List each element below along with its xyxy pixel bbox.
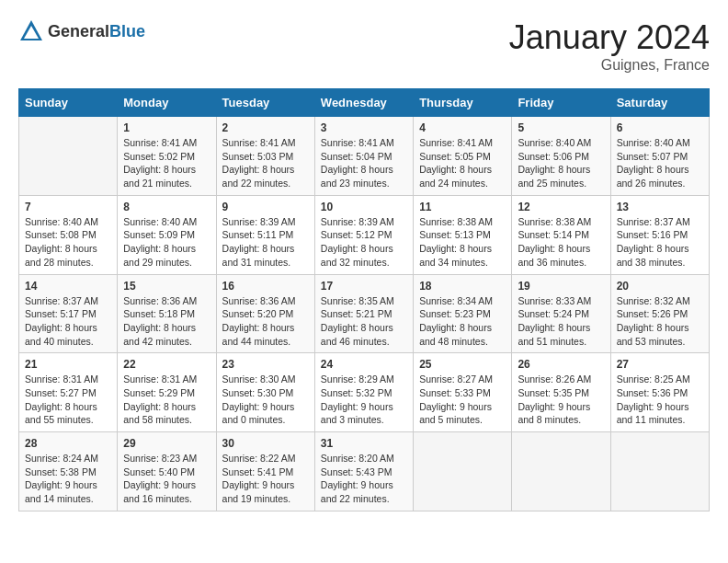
day-cell: 8Sunrise: 8:40 AM Sunset: 5:09 PM Daylig… bbox=[118, 195, 216, 274]
day-number: 31 bbox=[321, 437, 407, 450]
day-cell: 4Sunrise: 8:41 AM Sunset: 5:05 PM Daylig… bbox=[414, 117, 512, 196]
logo: GeneralBlue bbox=[18, 18, 145, 44]
day-cell: 19Sunrise: 8:33 AM Sunset: 5:24 PM Dayli… bbox=[512, 274, 610, 353]
day-cell: 13Sunrise: 8:37 AM Sunset: 5:16 PM Dayli… bbox=[610, 195, 709, 274]
day-cell: 16Sunrise: 8:36 AM Sunset: 5:20 PM Dayli… bbox=[216, 274, 314, 353]
day-info: Sunrise: 8:34 AM Sunset: 5:23 PM Dayligh… bbox=[419, 294, 506, 349]
day-cell: 18Sunrise: 8:34 AM Sunset: 5:23 PM Dayli… bbox=[414, 274, 512, 353]
day-number: 9 bbox=[222, 201, 309, 213]
day-number: 5 bbox=[518, 121, 604, 134]
day-cell: 24Sunrise: 8:29 AM Sunset: 5:32 PM Dayli… bbox=[314, 353, 413, 432]
day-cell: 23Sunrise: 8:30 AM Sunset: 5:30 PM Dayli… bbox=[216, 353, 314, 432]
day-info: Sunrise: 8:39 AM Sunset: 5:12 PM Dayligh… bbox=[321, 215, 407, 270]
logo-general: General bbox=[48, 22, 109, 40]
week-row-2: 7Sunrise: 8:40 AM Sunset: 5:08 PM Daylig… bbox=[19, 195, 710, 274]
day-number: 11 bbox=[419, 201, 506, 213]
day-cell: 20Sunrise: 8:32 AM Sunset: 5:26 PM Dayli… bbox=[610, 274, 709, 353]
week-row-5: 28Sunrise: 8:24 AM Sunset: 5:38 PM Dayli… bbox=[19, 432, 710, 511]
header-cell-friday: Friday bbox=[512, 89, 610, 117]
day-number: 12 bbox=[518, 201, 604, 213]
day-info: Sunrise: 8:27 AM Sunset: 5:33 PM Dayligh… bbox=[419, 373, 506, 427]
day-number: 19 bbox=[518, 280, 604, 293]
day-cell: 11Sunrise: 8:38 AM Sunset: 5:13 PM Dayli… bbox=[414, 195, 512, 274]
day-cell: 22Sunrise: 8:31 AM Sunset: 5:29 PM Dayli… bbox=[118, 353, 216, 432]
day-cell: 14Sunrise: 8:37 AM Sunset: 5:17 PM Dayli… bbox=[19, 274, 118, 353]
day-info: Sunrise: 8:31 AM Sunset: 5:29 PM Dayligh… bbox=[123, 373, 210, 427]
day-number: 16 bbox=[222, 280, 309, 293]
day-cell: 21Sunrise: 8:31 AM Sunset: 5:27 PM Dayli… bbox=[19, 353, 118, 432]
day-info: Sunrise: 8:41 AM Sunset: 5:03 PM Dayligh… bbox=[222, 136, 309, 190]
day-cell: 12Sunrise: 8:38 AM Sunset: 5:14 PM Dayli… bbox=[512, 195, 610, 274]
day-info: Sunrise: 8:41 AM Sunset: 5:02 PM Dayligh… bbox=[123, 136, 210, 190]
day-info: Sunrise: 8:20 AM Sunset: 5:43 PM Dayligh… bbox=[321, 452, 407, 506]
day-cell: 17Sunrise: 8:35 AM Sunset: 5:21 PM Dayli… bbox=[314, 274, 413, 353]
day-info: Sunrise: 8:36 AM Sunset: 5:20 PM Dayligh… bbox=[222, 294, 309, 349]
day-cell: 15Sunrise: 8:36 AM Sunset: 5:18 PM Dayli… bbox=[118, 274, 216, 353]
day-info: Sunrise: 8:31 AM Sunset: 5:27 PM Dayligh… bbox=[25, 373, 111, 427]
week-row-1: 1Sunrise: 8:41 AM Sunset: 5:02 PM Daylig… bbox=[19, 117, 710, 196]
day-cell bbox=[414, 432, 512, 511]
day-number: 24 bbox=[321, 358, 407, 371]
day-cell: 5Sunrise: 8:40 AM Sunset: 5:06 PM Daylig… bbox=[512, 117, 610, 196]
day-number: 2 bbox=[222, 121, 309, 134]
day-cell: 6Sunrise: 8:40 AM Sunset: 5:07 PM Daylig… bbox=[610, 117, 709, 196]
day-cell: 3Sunrise: 8:41 AM Sunset: 5:04 PM Daylig… bbox=[314, 117, 413, 196]
header-cell-monday: Monday bbox=[118, 89, 216, 117]
day-number: 26 bbox=[518, 358, 604, 371]
day-info: Sunrise: 8:29 AM Sunset: 5:32 PM Dayligh… bbox=[321, 373, 407, 427]
day-number: 23 bbox=[222, 358, 309, 371]
header-cell-sunday: Sunday bbox=[19, 89, 118, 117]
day-cell: 26Sunrise: 8:26 AM Sunset: 5:35 PM Dayli… bbox=[512, 353, 610, 432]
day-info: Sunrise: 8:35 AM Sunset: 5:21 PM Dayligh… bbox=[321, 294, 407, 349]
day-cell: 30Sunrise: 8:22 AM Sunset: 5:41 PM Dayli… bbox=[216, 432, 314, 511]
day-info: Sunrise: 8:24 AM Sunset: 5:38 PM Dayligh… bbox=[25, 452, 111, 506]
day-cell bbox=[512, 432, 610, 511]
day-number: 6 bbox=[617, 121, 703, 134]
week-row-4: 21Sunrise: 8:31 AM Sunset: 5:27 PM Dayli… bbox=[19, 353, 710, 432]
day-info: Sunrise: 8:23 AM Sunset: 5:40 PM Dayligh… bbox=[123, 452, 210, 506]
day-info: Sunrise: 8:39 AM Sunset: 5:11 PM Dayligh… bbox=[222, 215, 309, 270]
day-info: Sunrise: 8:32 AM Sunset: 5:26 PM Dayligh… bbox=[617, 294, 703, 349]
header-cell-wednesday: Wednesday bbox=[314, 89, 413, 117]
day-number: 10 bbox=[321, 201, 407, 213]
day-info: Sunrise: 8:41 AM Sunset: 5:05 PM Dayligh… bbox=[419, 136, 506, 190]
day-info: Sunrise: 8:25 AM Sunset: 5:36 PM Dayligh… bbox=[617, 373, 703, 427]
day-number: 21 bbox=[25, 358, 111, 371]
day-number: 3 bbox=[321, 121, 407, 134]
day-number: 4 bbox=[419, 121, 506, 134]
day-number: 8 bbox=[123, 201, 210, 213]
day-number: 13 bbox=[617, 201, 703, 213]
day-info: Sunrise: 8:36 AM Sunset: 5:18 PM Dayligh… bbox=[123, 294, 210, 349]
page-header: GeneralBlue January 2024 Guignes, France bbox=[18, 18, 710, 74]
logo-blue: Blue bbox=[109, 22, 145, 40]
day-info: Sunrise: 8:37 AM Sunset: 5:16 PM Dayligh… bbox=[617, 215, 703, 270]
day-number: 25 bbox=[419, 358, 506, 371]
day-cell: 27Sunrise: 8:25 AM Sunset: 5:36 PM Dayli… bbox=[610, 353, 709, 432]
header-cell-thursday: Thursday bbox=[414, 89, 512, 117]
logo-icon bbox=[18, 18, 44, 44]
day-info: Sunrise: 8:38 AM Sunset: 5:14 PM Dayligh… bbox=[518, 215, 604, 270]
day-cell: 29Sunrise: 8:23 AM Sunset: 5:40 PM Dayli… bbox=[118, 432, 216, 511]
day-number: 28 bbox=[25, 437, 111, 450]
day-number: 30 bbox=[222, 437, 309, 450]
day-cell: 10Sunrise: 8:39 AM Sunset: 5:12 PM Dayli… bbox=[314, 195, 413, 274]
calendar-table: SundayMondayTuesdayWednesdayThursdayFrid… bbox=[18, 88, 710, 511]
day-number: 17 bbox=[321, 280, 407, 293]
day-cell: 2Sunrise: 8:41 AM Sunset: 5:03 PM Daylig… bbox=[216, 117, 314, 196]
day-number: 22 bbox=[123, 358, 210, 371]
day-info: Sunrise: 8:22 AM Sunset: 5:41 PM Dayligh… bbox=[222, 452, 309, 506]
day-info: Sunrise: 8:40 AM Sunset: 5:08 PM Dayligh… bbox=[25, 215, 111, 270]
header-cell-saturday: Saturday bbox=[610, 89, 709, 117]
title-block: January 2024 Guignes, France bbox=[509, 18, 710, 74]
day-info: Sunrise: 8:38 AM Sunset: 5:13 PM Dayligh… bbox=[419, 215, 506, 270]
day-number: 20 bbox=[617, 280, 703, 293]
day-cell: 7Sunrise: 8:40 AM Sunset: 5:08 PM Daylig… bbox=[19, 195, 118, 274]
day-cell: 9Sunrise: 8:39 AM Sunset: 5:11 PM Daylig… bbox=[216, 195, 314, 274]
day-info: Sunrise: 8:30 AM Sunset: 5:30 PM Dayligh… bbox=[222, 373, 309, 427]
calendar-body: 1Sunrise: 8:41 AM Sunset: 5:02 PM Daylig… bbox=[19, 117, 710, 511]
day-number: 27 bbox=[617, 358, 703, 371]
header-row: SundayMondayTuesdayWednesdayThursdayFrid… bbox=[19, 89, 710, 117]
day-info: Sunrise: 8:40 AM Sunset: 5:07 PM Dayligh… bbox=[617, 136, 703, 190]
day-info: Sunrise: 8:33 AM Sunset: 5:24 PM Dayligh… bbox=[518, 294, 604, 349]
day-number: 29 bbox=[123, 437, 210, 450]
